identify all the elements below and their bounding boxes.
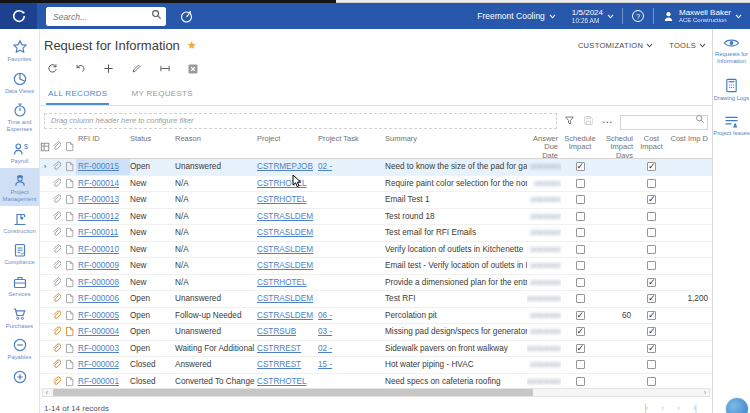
sidebar-item-time-and-expenses[interactable]: Time and Expenses [0, 98, 39, 135]
rfi-id-link[interactable]: RF-000005 [78, 311, 119, 320]
horizontal-scrollbar[interactable]: ‹ › [42, 388, 710, 397]
column-header-status[interactable]: Status [130, 133, 175, 158]
note-icon[interactable] [65, 359, 74, 370]
search-icon[interactable] [151, 9, 162, 20]
column-header-cost-impact[interactable]: Cost Impact [636, 133, 667, 158]
sidebar-item-services[interactable]: Services [0, 270, 39, 301]
column-header-project[interactable]: Project [257, 133, 318, 158]
rfi-id-link[interactable]: RF-000008 [78, 278, 119, 287]
schedule-impact-checkbox[interactable] [576, 228, 585, 237]
project-link[interactable]: CSTRHOTEL [257, 179, 307, 188]
sidebar-item-payroll[interactable]: $Payroll [0, 137, 39, 168]
column-header-cost-imp[interactable]: Cost Imp D [667, 133, 711, 158]
help-button[interactable]: ? [623, 3, 653, 29]
table-row[interactable]: RF-000013NewN/ACSTRHOTELEmail Test 10/00… [40, 192, 712, 209]
table-row[interactable]: RF-000006OpenUnansweredCSTRASLDEMTest RF… [40, 291, 712, 308]
cost-impact-checkbox[interactable] [647, 162, 656, 171]
table-row[interactable]: ›RF-000015OpenUnansweredCSTRMEPJOB02 -Ne… [40, 159, 712, 176]
column-header-schedule-impact-days[interactable]: Schedul Impact Days [599, 133, 636, 158]
cost-impact-checkbox[interactable] [647, 327, 656, 336]
cost-impact-checkbox[interactable] [647, 278, 656, 287]
schedule-impact-checkbox[interactable] [576, 377, 585, 386]
note-icon[interactable] [65, 178, 74, 189]
schedule-impact-checkbox[interactable] [576, 327, 585, 336]
save-filter-button[interactable] [583, 115, 594, 126]
sidebar-item-project-management[interactable]: Project Management [0, 168, 39, 205]
project-task-link[interactable]: 06 - [318, 311, 332, 320]
tab-my-requests[interactable]: MY REQUESTS [129, 85, 194, 105]
column-header-summary[interactable]: Summary [385, 133, 527, 158]
add-record-button[interactable] [102, 62, 115, 75]
cost-impact-checkbox[interactable] [647, 212, 656, 221]
undo-button[interactable] [74, 62, 87, 75]
assistant-bubble-icon[interactable] [726, 398, 748, 413]
table-row[interactable]: RF-000002ClosedAnsweredCSTRREST15 -Hot w… [40, 357, 712, 374]
paperclip-icon[interactable] [52, 194, 61, 205]
cost-impact-checkbox[interactable] [647, 294, 656, 303]
paperclip-icon[interactable] [52, 310, 61, 321]
rfi-id-link[interactable]: RF-000011 [78, 228, 118, 237]
project-link[interactable]: CSTRHOTEL [257, 195, 307, 204]
column-header-reason[interactable]: Reason [175, 133, 257, 158]
note-icon[interactable] [65, 194, 74, 205]
table-row[interactable]: RF-000009NewN/ACSTRASLDEMEmail test - Ve… [40, 258, 712, 275]
sidebar-item-construction[interactable]: Construction [0, 207, 39, 238]
company-selector[interactable]: Freemont Cooling [469, 3, 564, 29]
schedule-impact-checkbox[interactable] [576, 294, 585, 303]
schedule-impact-checkbox[interactable] [576, 162, 585, 171]
sidebar-item-purchases[interactable]: Purchases [0, 302, 39, 333]
cost-impact-checkbox[interactable] [647, 179, 656, 188]
project-link[interactable]: CSTRASLDEM [257, 261, 313, 270]
paperclip-icon[interactable] [52, 227, 61, 238]
paperclip-icon[interactable] [52, 359, 61, 370]
schedule-impact-checkbox[interactable] [576, 344, 585, 353]
attachment-column-header[interactable] [50, 133, 62, 158]
schedule-impact-checkbox[interactable] [576, 278, 585, 287]
paperclip-icon[interactable] [52, 326, 61, 337]
more-options-button[interactable]: ... [602, 118, 613, 123]
project-link[interactable]: CSTRASLDEM [257, 212, 313, 221]
global-search-input[interactable] [46, 7, 166, 26]
project-task-link[interactable]: 15 - [318, 360, 332, 369]
project-task-link[interactable]: 03 - [318, 327, 332, 336]
scroll-right-arrow[interactable]: › [701, 389, 709, 396]
scroll-left-arrow[interactable]: ‹ [43, 389, 51, 396]
note-icon[interactable] [65, 277, 74, 288]
note-icon[interactable] [65, 376, 74, 387]
rfi-id-link[interactable]: RF-000015 [78, 162, 119, 171]
table-row[interactable]: RF-000010NewN/ACSTRASLDEMVerify location… [40, 242, 712, 259]
project-task-link[interactable]: 02 - [318, 162, 332, 171]
prev-page-button[interactable]: ‹ [661, 403, 663, 413]
paperclip-icon[interactable] [52, 161, 61, 172]
paperclip-icon[interactable] [52, 376, 61, 387]
paperclip-icon[interactable] [52, 293, 61, 304]
cost-impact-checkbox[interactable] [647, 377, 656, 386]
rfi-id-link[interactable]: RF-000003 [78, 344, 119, 353]
customization-menu[interactable]: CUSTOMIZATION [578, 41, 653, 50]
sidebar-item-data-views[interactable]: Data Views [0, 67, 39, 98]
paperclip-icon[interactable] [52, 277, 61, 288]
sidebar-item-item[interactable] [0, 365, 39, 388]
paperclip-icon[interactable] [52, 211, 61, 222]
date-time-selector[interactable]: 1/5/2024 10:26 AM [564, 3, 622, 29]
cost-impact-checkbox[interactable] [647, 245, 656, 254]
note-icon[interactable] [65, 326, 74, 337]
scrollbar-thumb[interactable] [53, 389, 533, 396]
table-row[interactable]: RF-000005OpenFollow-up NeededCSTRASLDEM0… [40, 308, 712, 325]
user-menu[interactable]: Maxwell Baker ACE Construction [654, 3, 750, 29]
schedule-impact-checkbox[interactable] [576, 245, 585, 254]
schedule-impact-checkbox[interactable] [576, 179, 585, 188]
note-icon[interactable] [65, 161, 74, 172]
note-icon[interactable] [65, 211, 74, 222]
rfi-id-link[interactable]: RF-000013 [78, 195, 119, 204]
schedule-impact-checkbox[interactable] [576, 360, 585, 369]
paperclip-icon[interactable] [52, 343, 61, 354]
search-icon[interactable] [695, 114, 705, 124]
note-icon[interactable] [65, 260, 74, 271]
table-row[interactable]: RF-000004OpenUnansweredCSTRSUB03 -Missin… [40, 324, 712, 341]
project-link[interactable]: CSTRASLDEM [257, 228, 313, 237]
project-link[interactable]: CSTRREST [257, 344, 301, 353]
schedule-impact-checkbox[interactable] [576, 261, 585, 270]
last-page-button[interactable]: ›| [693, 403, 696, 413]
project-link[interactable]: CSTRASLDEM [257, 294, 313, 303]
